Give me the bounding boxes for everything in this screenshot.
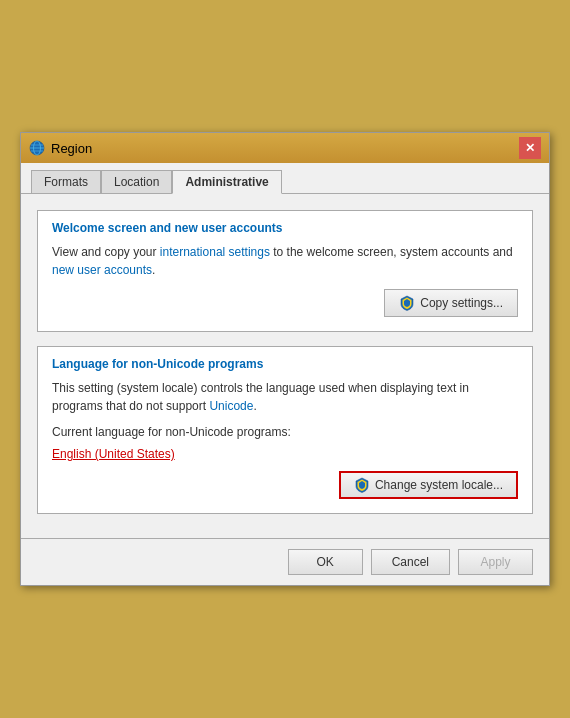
unicode-text-p2: . (253, 399, 256, 413)
welcome-text-part3: . (152, 263, 155, 277)
welcome-section-text: View and copy your international setting… (52, 243, 518, 279)
cancel-button[interactable]: Cancel (371, 549, 450, 575)
unicode-text-p1: This setting (system locale) controls th… (52, 381, 469, 413)
unicode-text-highlight: Unicode (209, 399, 253, 413)
welcome-section-title: Welcome screen and new user accounts (52, 221, 518, 235)
tabs-bar: Formats Location Administrative (21, 163, 549, 194)
globe-icon (29, 140, 45, 156)
welcome-text-highlight2: new user accounts (52, 263, 152, 277)
welcome-section: Welcome screen and new user accounts Vie… (37, 210, 533, 332)
change-locale-button[interactable]: Change system locale... (339, 471, 518, 499)
close-button[interactable]: ✕ (519, 137, 541, 159)
apply-button[interactable]: Apply (458, 549, 533, 575)
footer-bar: OK Cancel Apply (21, 538, 549, 585)
welcome-text-part1: View and copy your (52, 245, 160, 259)
shield-icon-locale (354, 477, 370, 493)
copy-settings-button[interactable]: Copy settings... (384, 289, 518, 317)
ok-button[interactable]: OK (288, 549, 363, 575)
unicode-section: Language for non-Unicode programs This s… (37, 346, 533, 514)
unicode-section-text: This setting (system locale) controls th… (52, 379, 518, 415)
unicode-section-title: Language for non-Unicode programs (52, 357, 518, 371)
tab-administrative[interactable]: Administrative (172, 170, 281, 194)
tab-formats[interactable]: Formats (31, 170, 101, 194)
welcome-text-highlight: international settings (160, 245, 270, 259)
tab-location[interactable]: Location (101, 170, 172, 194)
title-bar-left: Region (29, 140, 92, 156)
region-dialog: Region ✕ Formats Location Administrative… (20, 132, 550, 586)
main-content: Welcome screen and new user accounts Vie… (21, 194, 549, 538)
change-locale-label: Change system locale... (375, 478, 503, 492)
dialog-title: Region (51, 141, 92, 156)
welcome-section-right: Copy settings... (52, 289, 518, 317)
shield-icon-copy (399, 295, 415, 311)
unicode-section-right: Change system locale... (52, 471, 518, 499)
welcome-text-part2: to the welcome screen, system accounts a… (270, 245, 513, 259)
current-lang-label: Current language for non-Unicode program… (52, 425, 518, 439)
current-lang-value: English (United States) (52, 447, 518, 461)
title-bar: Region ✕ (21, 133, 549, 163)
copy-settings-label: Copy settings... (420, 296, 503, 310)
